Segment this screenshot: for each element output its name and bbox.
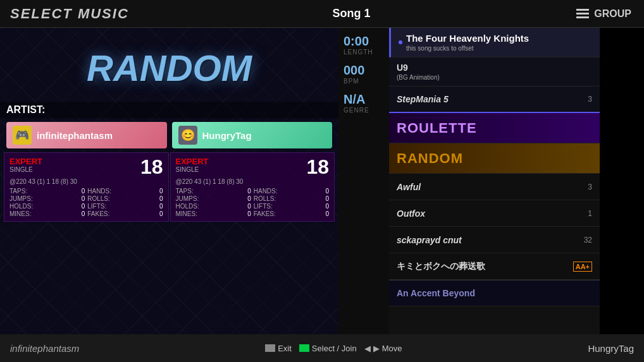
song-title: sckaprayd cnut xyxy=(397,235,462,245)
rolls-label-1: ROLLS: xyxy=(87,195,124,202)
hands-label-2: HANDS: xyxy=(254,188,290,195)
move-control: ◀ ▶ Move xyxy=(364,344,402,353)
length-label: LENGTH xyxy=(344,49,384,56)
mines-label-2: MINES: xyxy=(176,210,213,217)
profile-name-1: infinitephantasm xyxy=(37,130,113,141)
mines-label-1: MINES: xyxy=(9,210,46,217)
main-area: RANDOM ARTIST: 🎮 infinitephantasm 😊 Hung… xyxy=(0,28,644,362)
taps-val-2: 0 xyxy=(214,188,251,195)
bpm-info-2: @220 43 (1) 1 18 (8) 30 xyxy=(176,178,330,185)
list-item[interactable]: StepMania 5 3 xyxy=(389,87,600,113)
hands-val-1: 0 xyxy=(127,188,163,195)
footer-right-name: HungryTag xyxy=(588,343,634,354)
left-panel: RANDOM ARTIST: 🎮 infinitephantasm 😊 Hung… xyxy=(0,28,338,362)
list-item-roulette[interactable]: ROULETTE xyxy=(389,113,600,143)
stat-col-2: EXPERT SINGLE 18 @220 43 (1) 1 18 (8) 30… xyxy=(170,152,335,222)
genre-label: GENRE xyxy=(344,107,384,114)
list-item[interactable]: sckaprayd cnut 32 xyxy=(389,227,600,253)
jumps-val-2: 0 xyxy=(214,195,251,202)
jumps-label-2: JUMPS: xyxy=(176,195,213,202)
song-title: StepMania 5 xyxy=(397,94,449,104)
taps-label-1: TAPS: xyxy=(9,188,46,195)
list-item-random[interactable]: RANDOM xyxy=(389,143,600,174)
page-title: SELECT MUSIC xyxy=(0,6,139,22)
list-item[interactable]: キミとボクへの葬送歌 AA+ xyxy=(389,253,600,280)
song-title: The Four Heavenly Knights xyxy=(406,33,529,44)
mines-val-2: 0 xyxy=(214,210,251,217)
select-label: Select / Join xyxy=(312,344,357,353)
list-item[interactable]: U9 (BG Animation) xyxy=(389,57,600,87)
hands-val-2: 0 xyxy=(292,188,329,195)
bpm-label: BPM xyxy=(344,78,384,85)
list-item[interactable]: Outfox 1 xyxy=(389,200,600,227)
select-button[interactable]: Select / Join xyxy=(299,344,357,353)
song-number: 3 xyxy=(579,183,592,191)
song-subtitle: (BG Animation) xyxy=(397,74,440,81)
bpm-info-1: @220 43 (1) 1 18 (8) 30 xyxy=(9,178,163,185)
profile-card-2[interactable]: 😊 HungryTag xyxy=(172,122,333,148)
fakes-label-2: FAKES: xyxy=(254,210,290,217)
bpm-block: 000 BPM xyxy=(344,63,384,85)
genre-block: N/A GENRE xyxy=(344,92,384,114)
jumps-val-1: 0 xyxy=(49,195,85,202)
song-title: キミとボクへの葬送歌 xyxy=(397,261,485,272)
random-item-label: RANDOM xyxy=(397,150,463,167)
holds-val-2: 0 xyxy=(214,203,251,210)
lifts-label-2: LIFTS: xyxy=(254,203,290,210)
song-number: 3 xyxy=(579,95,592,104)
bpm-value: 000 xyxy=(344,63,384,78)
list-item[interactable]: The Four Heavenly Knights this song suck… xyxy=(389,28,600,57)
exit-icon xyxy=(265,344,275,352)
list-item[interactable]: An Accent Beyond xyxy=(389,280,600,306)
song-number: AA+ xyxy=(573,262,592,272)
lifts-val-2: 0 xyxy=(292,203,329,210)
avatar-2: 😊 xyxy=(178,126,197,145)
song-label: Song 1 xyxy=(139,7,564,20)
taps-val-1: 0 xyxy=(49,188,85,195)
jumps-label-1: JUMPS: xyxy=(9,195,46,202)
holds-label-1: HOLDS: xyxy=(9,203,46,210)
profile-card-1[interactable]: 🎮 infinitephantasm xyxy=(6,122,167,148)
taps-label-2: TAPS: xyxy=(176,188,213,195)
diff-label-1: EXPERT xyxy=(9,157,42,166)
song-number: 1 xyxy=(579,209,592,218)
footer-controls: Exit Select / Join ◀ ▶ Move xyxy=(265,344,402,353)
list-item[interactable]: Awful 3 xyxy=(389,174,600,200)
diff-number-2: 18 xyxy=(306,157,329,177)
song-title: Outfox xyxy=(397,208,425,219)
fakes-label-1: FAKES: xyxy=(87,210,124,217)
select-icon xyxy=(299,344,309,352)
roulette-label: ROULETTE xyxy=(397,120,477,136)
length-value: 0:00 xyxy=(344,34,384,49)
profile-name-2: HungryTag xyxy=(202,130,252,141)
stats-area: EXPERT SINGLE 18 @220 43 (1) 1 18 (8) 30… xyxy=(0,152,338,222)
artist-label: ARTIST: xyxy=(0,102,338,118)
profiles-row: 🎮 infinitephantasm 😊 HungryTag xyxy=(0,118,338,152)
left-arrow-icon: ◀ xyxy=(364,344,371,353)
song-subtitle: this song sucks to offset xyxy=(406,45,529,52)
diff-label-2: EXPERT xyxy=(176,157,209,166)
footer: infinitephantasm Exit Select / Join ◀ ▶ … xyxy=(0,334,644,362)
group-area: GROUP xyxy=(564,8,644,20)
header: SELECT MUSIC Song 1 GROUP xyxy=(0,0,644,28)
stat-grid-1: TAPS: 0 HANDS: 0 JUMPS: 0 ROLLS: 0 HOLDS… xyxy=(9,188,163,217)
mines-val-1: 0 xyxy=(49,210,85,217)
rolls-val-1: 0 xyxy=(127,195,163,202)
rolls-val-2: 0 xyxy=(292,195,329,202)
random-label: RANDOM xyxy=(0,28,338,102)
rolls-label-2: ROLLS: xyxy=(254,195,290,202)
genre-value: N/A xyxy=(344,92,384,107)
stat-grid-2: TAPS: 0 HANDS: 0 JUMPS: 0 ROLLS: 0 HOLDS… xyxy=(176,188,330,217)
song-list: The Four Heavenly Knights this song suck… xyxy=(389,28,600,362)
exit-button[interactable]: Exit xyxy=(265,344,292,353)
diff-number-1: 18 xyxy=(140,157,163,177)
hamburger-icon[interactable] xyxy=(576,9,589,18)
lifts-val-1: 0 xyxy=(127,203,163,210)
length-block: 0:00 LENGTH xyxy=(344,34,384,56)
exit-label: Exit xyxy=(278,344,292,353)
move-label: Move xyxy=(382,344,402,353)
fakes-val-1: 0 xyxy=(127,210,163,217)
song-number: 32 xyxy=(579,236,592,244)
holds-label-2: HOLDS: xyxy=(176,203,213,210)
song-title: U9 xyxy=(397,63,440,73)
